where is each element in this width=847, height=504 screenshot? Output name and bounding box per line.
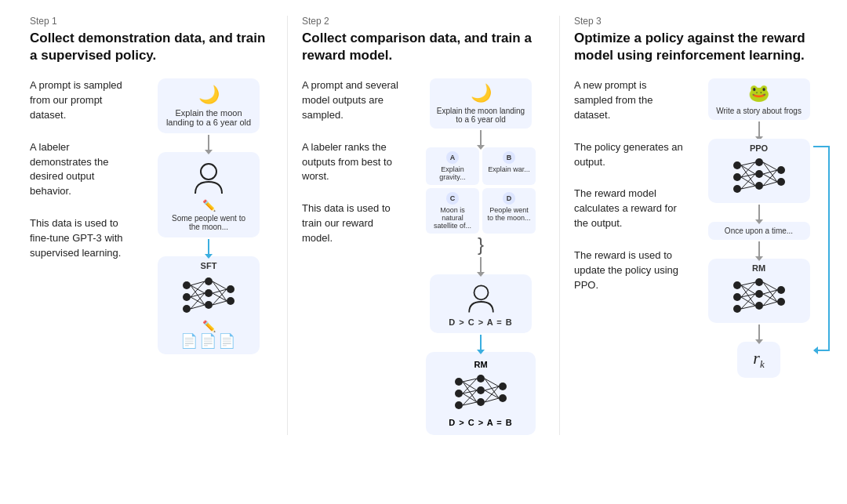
- step-3-rm-label: RM: [716, 263, 802, 273]
- step-3-diagram: 🐸 Write a story about frogs PPO: [700, 78, 817, 377]
- svg-point-73: [755, 290, 763, 298]
- step-3-rk-card: rk: [737, 342, 780, 377]
- svg-point-48: [733, 185, 741, 193]
- svg-point-0: [201, 164, 216, 179]
- step-3-text-1: A new prompt is sampled from the dataset…: [574, 78, 688, 123]
- step-2-text-3: This data is used to train our reward mo…: [302, 201, 404, 246]
- step-3-prompt-card: 🐸 Write a story about frogs: [708, 78, 810, 120]
- step-3-ppo-card: PPO: [708, 139, 810, 203]
- step-3-arrow-3: [758, 241, 760, 257]
- svg-point-28: [477, 386, 485, 394]
- output-card-a: A Explain gravity...: [426, 147, 479, 185]
- step-2-arrow-1: [480, 130, 482, 146]
- ppo-network-svg: [728, 156, 791, 195]
- output-text-b: Explain war...: [487, 165, 531, 173]
- svg-point-52: [777, 166, 785, 174]
- main-container: Step 1 Collect demonstration data, and t…: [0, 0, 847, 443]
- ppo-wrapper: PPO: [708, 139, 810, 203]
- step-2-text-2: A labeler ranks the outputs from best to…: [302, 140, 404, 185]
- step-1-prompt-text: Explain the moon landing to a 6 year old: [165, 108, 252, 127]
- svg-point-75: [777, 286, 785, 294]
- step-2-rm-ranking: D > C > A = B: [434, 418, 528, 427]
- svg-point-50: [755, 170, 763, 178]
- rk-symbol: rk: [753, 348, 764, 368]
- sft-label: SFT: [165, 261, 252, 270]
- brace-symbol: }: [478, 235, 484, 254]
- output-letter-a: A: [446, 151, 459, 164]
- svg-point-3: [183, 305, 191, 313]
- frog-icon: 🐸: [714, 83, 804, 103]
- svg-point-46: [733, 161, 741, 169]
- svg-point-71: [733, 305, 741, 313]
- step-3-prompt-text: Write a story about frogs: [714, 107, 804, 115]
- svg-point-72: [755, 278, 763, 286]
- svg-point-74: [755, 302, 763, 310]
- step-1-diagram: 🌙 Explain the moon landing to a 6 year o…: [144, 78, 273, 354]
- step-3-inner: A new prompt is sampled from the dataset…: [574, 78, 817, 377]
- svg-point-51: [755, 182, 763, 190]
- svg-point-47: [733, 173, 741, 181]
- svg-point-2: [183, 293, 191, 301]
- svg-line-62: [763, 162, 777, 170]
- svg-point-53: [777, 178, 785, 186]
- feedback-loop-arrow: [810, 139, 832, 358]
- step-1-prompt-card: 🌙 Explain the moon landing to a 6 year o…: [158, 78, 260, 133]
- step-2-arrow-2: [480, 257, 482, 273]
- step-2-labeler-card: D > C > A = B: [430, 274, 532, 333]
- step-2-text-side: A prompt and several model outputs are s…: [302, 78, 404, 435]
- step-2-column: Step 2 Collect comparison data, and trai…: [288, 16, 560, 435]
- doc-icons: 📄📄📄: [165, 332, 252, 350]
- step-2-label: Step 2: [302, 16, 545, 27]
- step-1-inner: A prompt is sampled from our prompt data…: [30, 78, 273, 354]
- pencil-icon-2: ✏️: [165, 320, 252, 332]
- step-1-person-card: ✏️ Some people went to the moon...: [158, 152, 260, 237]
- svg-point-29: [477, 398, 485, 406]
- step-3-text-side: A new prompt is sampled from the dataset…: [574, 78, 688, 377]
- svg-point-70: [733, 293, 741, 301]
- svg-point-76: [777, 298, 785, 306]
- step-3-output-text: Once upon a time...: [714, 227, 804, 235]
- step-2-moon-icon: 🌙: [436, 83, 525, 103]
- pencil-icon-1: ✏️: [165, 199, 252, 212]
- output-text-c: Moon is natural satellite of...: [431, 206, 474, 230]
- ranking-formula: D > C > A = B: [438, 317, 524, 327]
- svg-line-17: [213, 281, 227, 289]
- step-3-arrow-4: [758, 325, 760, 340]
- svg-point-4: [205, 277, 213, 285]
- step-1-text-1: A prompt is sampled from our prompt data…: [30, 78, 132, 123]
- step-3-output-card: Once upon a time...: [708, 222, 810, 240]
- output-letter-c: C: [446, 192, 459, 205]
- moon-icon: 🌙: [165, 85, 252, 105]
- svg-point-31: [499, 394, 507, 402]
- step-2-text-1: A prompt and several model outputs are s…: [302, 78, 404, 123]
- svg-point-5: [205, 289, 213, 297]
- svg-point-30: [499, 383, 507, 390]
- output-text-d: People went to the moon...: [487, 206, 531, 222]
- step-2-rm-card: RM: [426, 352, 536, 435]
- step-2-outputs-grid: A Explain gravity... B Explain war... C …: [426, 147, 536, 234]
- step-1-text-2: A labeler demonstrates the desired outpu…: [30, 140, 132, 199]
- step-2-prompt-card: 🌙 Explain the moon landing to a 6 year o…: [430, 78, 532, 129]
- rm2-network-svg: [728, 276, 791, 315]
- step-3-text-2: The policy generates an output.: [574, 140, 688, 170]
- svg-point-23: [474, 285, 488, 299]
- step-1-label: Step 1: [30, 16, 273, 27]
- step-3-label: Step 3: [574, 16, 817, 27]
- svg-point-6: [205, 301, 213, 309]
- step-1-text-3: This data is used to fine-tune GPT-3 wit…: [30, 216, 132, 261]
- step-1-sft-card: SFT: [158, 256, 260, 354]
- labeler-person-svg: [463, 281, 499, 316]
- step-1-text-side: A prompt is sampled from our prompt data…: [30, 78, 132, 354]
- svg-point-49: [755, 158, 763, 166]
- step-2-arrow-blue: [480, 335, 482, 350]
- svg-line-40: [485, 379, 499, 386]
- svg-point-8: [227, 297, 234, 305]
- svg-point-27: [477, 375, 485, 383]
- step-3-arrow-2: [758, 205, 760, 220]
- output-card-c: C Moon is natural satellite of...: [426, 188, 479, 234]
- step-3-title: Optimize a policy against the reward mod…: [574, 30, 817, 64]
- svg-point-1: [183, 281, 191, 289]
- svg-point-25: [455, 390, 463, 397]
- output-letter-b: B: [503, 151, 515, 164]
- rm-network-svg: [449, 372, 512, 412]
